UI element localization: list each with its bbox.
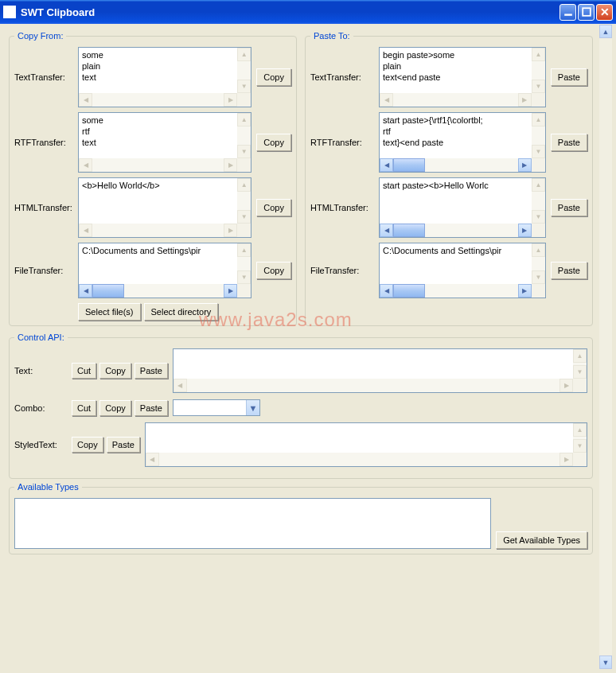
scroll-thumb[interactable] [393, 284, 425, 298]
copy-file-button[interactable]: Copy [256, 262, 291, 279]
control-api-legend: Control API: [14, 333, 68, 342]
scroll-left-icon[interactable]: ◀ [79, 224, 92, 237]
svg-rect-0 [564, 14, 572, 15]
scroll-down-icon[interactable]: ▼ [573, 439, 587, 453]
scroll-up-icon[interactable]: ▲ [237, 178, 251, 192]
paste-to-group: Paste To: TextTransfer: begin paste>some… [305, 31, 593, 326]
scroll-down-icon[interactable]: ▼ [237, 270, 251, 284]
html-transfer-input[interactable]: <b>Hello World</b> ▲▼ ◀▶ [78, 177, 251, 238]
paste-file-button[interactable]: Paste [551, 262, 587, 279]
paste-rtf-input[interactable]: start paste>{\rtf1{\colortbl; rtf text}<… [379, 112, 546, 173]
copy-rtf-button[interactable]: Copy [256, 134, 291, 151]
text-transfer-input[interactable]: some plain text ▲▼ ◀▶ [78, 47, 251, 107]
scroll-left-icon[interactable]: ◀ [79, 158, 92, 172]
paste-file-label: FileTransfer: [310, 266, 379, 275]
ctl-combo-paste-button[interactable]: Paste [135, 400, 168, 416]
ctl-combo-cut-button[interactable]: Cut [72, 400, 96, 416]
scroll-down-icon[interactable]: ▼ [532, 145, 545, 158]
paste-rtf-label: RTFTransfer: [310, 138, 379, 147]
copy-html-button[interactable]: Copy [256, 199, 291, 216]
ctl-styled-copy-button[interactable]: Copy [72, 437, 103, 453]
scroll-right-icon[interactable]: ▶ [518, 284, 532, 298]
ctl-combo-copy-button[interactable]: Copy [99, 400, 131, 416]
scroll-down-icon[interactable]: ▼ [532, 270, 545, 284]
scroll-right-icon[interactable]: ▶ [224, 158, 237, 172]
scroll-left-icon[interactable]: ◀ [380, 158, 393, 172]
window-vertical-scrollbar[interactable]: ▲ ▼ [598, 25, 612, 669]
select-directory-button[interactable]: Select directory [144, 303, 219, 321]
maximize-button[interactable] [578, 4, 595, 21]
available-types-list[interactable] [14, 498, 491, 549]
ctl-text-copy-button[interactable]: Copy [99, 363, 131, 379]
paste-html-label: HTMLTransfer: [310, 203, 379, 212]
scroll-up-icon[interactable]: ▲ [237, 243, 251, 257]
scroll-up-icon[interactable]: ▲ [532, 243, 545, 257]
select-files-button[interactable]: Select file(s) [78, 303, 141, 321]
scroll-down-icon[interactable]: ▼ [599, 655, 612, 669]
scroll-down-icon[interactable]: ▼ [532, 210, 545, 224]
scroll-thumb[interactable] [92, 284, 124, 298]
scroll-right-icon[interactable]: ▶ [518, 158, 532, 172]
scroll-right-icon[interactable]: ▶ [559, 453, 573, 466]
scroll-up-icon[interactable]: ▲ [532, 113, 545, 126]
ctl-text-cut-button[interactable]: Cut [72, 363, 96, 379]
scroll-down-icon[interactable]: ▼ [532, 80, 545, 93]
titlebar[interactable]: SWT Clipboard ✕ [0, 0, 616, 24]
copy-text-button[interactable]: Copy [256, 68, 291, 86]
scroll-right-icon[interactable]: ▶ [518, 93, 532, 107]
scroll-right-icon[interactable]: ▶ [518, 224, 532, 237]
scroll-left-icon[interactable]: ◀ [79, 93, 92, 107]
text-transfer-label: TextTransfer: [14, 72, 78, 82]
scroll-right-icon[interactable]: ▶ [224, 93, 237, 107]
file-transfer-input[interactable]: C:\Documents and Settings\pir ▲▼ ◀▶ [78, 243, 251, 298]
html-transfer-label: HTMLTransfer: [14, 203, 78, 212]
paste-html-button[interactable]: Paste [551, 199, 587, 216]
scroll-up-icon[interactable]: ▲ [237, 113, 251, 126]
paste-text-input[interactable]: begin paste>some plain text<end paste ▲▼… [379, 47, 546, 107]
file-transfer-label: FileTransfer: [14, 266, 78, 275]
scroll-down-icon[interactable]: ▼ [237, 145, 251, 158]
close-button[interactable]: ✕ [596, 4, 613, 21]
scroll-thumb[interactable] [393, 158, 425, 172]
scroll-up-icon[interactable]: ▲ [532, 48, 545, 61]
window-title: SWT Clipboard [21, 6, 559, 18]
ctl-combo-input[interactable]: ▼ [173, 399, 260, 416]
scroll-right-icon[interactable]: ▶ [224, 284, 237, 298]
control-api-group: Control API: Text: Cut Copy Paste ▲▼ ◀▶ [9, 333, 593, 479]
scroll-down-icon[interactable]: ▼ [237, 210, 251, 224]
scroll-left-icon[interactable]: ◀ [380, 224, 393, 237]
ctl-styled-paste-button[interactable]: Paste [107, 437, 140, 453]
scroll-left-icon[interactable]: ◀ [380, 284, 393, 298]
scroll-right-icon[interactable]: ▶ [224, 224, 237, 237]
scroll-up-icon[interactable]: ▲ [237, 48, 251, 61]
scroll-up-icon[interactable]: ▲ [599, 25, 612, 38]
scroll-down-icon[interactable]: ▼ [237, 80, 251, 93]
ctl-text-label: Text: [14, 366, 72, 375]
app-icon [3, 6, 16, 18]
svg-rect-1 [583, 8, 591, 16]
available-types-group: Available Types Get Available Types [9, 482, 593, 554]
scroll-right-icon[interactable]: ▶ [559, 379, 573, 392]
minimize-button[interactable] [559, 4, 576, 21]
scroll-up-icon[interactable]: ▲ [573, 349, 587, 363]
paste-html-input[interactable]: start paste><b>Hello Worlc ▲▼ ◀▶ [379, 177, 546, 238]
scroll-up-icon[interactable]: ▲ [573, 423, 587, 437]
paste-text-button[interactable]: Paste [551, 68, 587, 86]
scroll-left-icon[interactable]: ◀ [380, 93, 393, 107]
chevron-down-icon[interactable]: ▼ [246, 400, 259, 415]
scroll-down-icon[interactable]: ▼ [573, 365, 587, 379]
ctl-text-paste-button[interactable]: Paste [135, 363, 168, 379]
scroll-left-icon[interactable]: ◀ [79, 284, 92, 298]
paste-file-input[interactable]: C:\Documents and Settings\pir ▲▼ ◀▶ [379, 243, 546, 298]
get-available-types-button[interactable]: Get Available Types [496, 531, 587, 549]
scroll-left-icon[interactable]: ◀ [146, 453, 159, 466]
scroll-thumb[interactable] [393, 224, 425, 237]
paste-rtf-button[interactable]: Paste [551, 134, 587, 151]
available-types-legend: Available Types [14, 482, 82, 492]
rtf-transfer-input[interactable]: some rtf text ▲▼ ◀▶ [78, 112, 251, 173]
copy-from-group: Copy From: TextTransfer: some plain text… [9, 31, 297, 326]
scroll-up-icon[interactable]: ▲ [532, 178, 545, 192]
ctl-styled-input[interactable]: ▲▼ ◀▶ [145, 422, 587, 467]
scroll-left-icon[interactable]: ◀ [173, 379, 187, 392]
ctl-text-input[interactable]: ▲▼ ◀▶ [173, 348, 587, 393]
